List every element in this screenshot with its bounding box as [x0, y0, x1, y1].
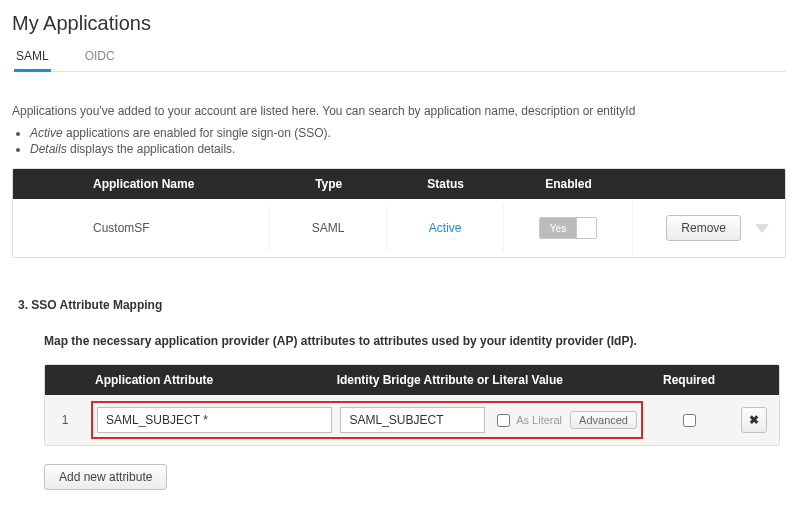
enabled-toggle-label: Yes: [540, 218, 576, 238]
close-icon: ✖: [749, 413, 759, 427]
intro-text: Applications you've added to your accoun…: [12, 102, 786, 120]
section-title: 3. SSO Attribute Mapping: [18, 298, 780, 312]
attr-col-required: Required: [649, 365, 729, 395]
section-description: Map the necessary application provider (…: [44, 334, 780, 348]
applications-table: Application Name Type Status Enabled Cus…: [12, 168, 786, 258]
as-literal-label[interactable]: As Literal: [493, 411, 562, 430]
advanced-button[interactable]: Advanced: [570, 411, 637, 429]
attr-inputs-cell: As Literal Advanced: [85, 395, 649, 445]
bridge-attribute-input[interactable]: [340, 407, 485, 433]
required-cell: [649, 401, 729, 440]
note-active: Active applications are enabled for sing…: [30, 126, 786, 140]
cell-application-name: CustomSF: [83, 205, 270, 251]
application-attribute-input[interactable]: [97, 407, 332, 433]
row-spacer: [13, 212, 83, 244]
tabs: SAML OIDC: [12, 43, 786, 72]
note-details-rest: displays the application details.: [67, 142, 236, 156]
attr-col-bridge: Identity Bridge Attribute or Literal Val…: [327, 365, 649, 395]
note-active-rest: applications are enabled for single sign…: [63, 126, 331, 140]
col-enabled: Enabled: [504, 169, 633, 199]
enabled-toggle[interactable]: Yes: [539, 217, 597, 239]
as-literal-text: As Literal: [516, 414, 562, 426]
note-active-em: Active: [30, 126, 63, 140]
cell-status[interactable]: Active: [387, 205, 504, 251]
delete-cell: ✖: [729, 397, 779, 443]
tab-saml[interactable]: SAML: [14, 43, 51, 71]
as-literal-checkbox[interactable]: [497, 414, 510, 427]
remove-button[interactable]: Remove: [666, 215, 741, 241]
note-details: Details displays the application details…: [30, 142, 786, 156]
col-status: Status: [387, 169, 504, 199]
attribute-mapping-table: Application Attribute Identity Bridge At…: [44, 364, 780, 446]
page-title: My Applications: [12, 12, 786, 35]
attr-col-delete: [729, 365, 779, 395]
required-checkbox[interactable]: [683, 414, 696, 427]
cell-type: SAML: [270, 205, 387, 251]
enabled-toggle-knob: [576, 218, 596, 238]
add-new-attribute-button[interactable]: Add new attribute: [44, 464, 167, 490]
delete-row-button[interactable]: ✖: [741, 407, 767, 433]
attr-col-index: [45, 365, 85, 395]
attr-col-app-attribute: Application Attribute: [85, 365, 327, 395]
cell-enabled: Yes: [504, 201, 633, 255]
col-application-name: Application Name: [83, 169, 270, 199]
attribute-row-index: 1: [45, 403, 85, 437]
col-spacer: [13, 169, 83, 199]
expand-row-icon[interactable]: [755, 224, 769, 233]
note-details-em: Details: [30, 142, 67, 156]
tab-oidc[interactable]: OIDC: [83, 43, 117, 71]
intro-notes: Active applications are enabled for sing…: [30, 126, 786, 156]
sso-attribute-mapping-section: 3. SSO Attribute Mapping Map the necessa…: [12, 298, 786, 490]
col-actions: [633, 169, 785, 199]
application-row: CustomSF SAML Active Yes Remove: [13, 199, 785, 257]
attribute-row: 1 As Literal Advanced: [45, 395, 779, 445]
highlighted-inputs: As Literal Advanced: [91, 401, 643, 439]
cell-actions: Remove: [633, 199, 785, 257]
col-type: Type: [270, 169, 387, 199]
